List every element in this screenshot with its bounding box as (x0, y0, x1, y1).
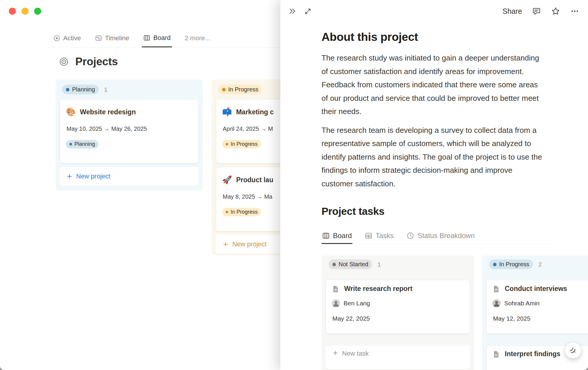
column-count: 1 (104, 86, 108, 93)
view-tab-more[interactable]: 2 more... (183, 29, 212, 47)
new-task-button[interactable]: New task (326, 346, 470, 369)
card-status-tag: In Progress (222, 140, 261, 148)
view-tab-timeline[interactable]: Timeline (94, 29, 131, 47)
plus-icon (332, 350, 339, 356)
column-count: 1 (377, 261, 381, 268)
task-view-tab-label: Board (333, 232, 352, 240)
assignee-row: Ben Lang (332, 299, 464, 307)
comment-icon[interactable] (532, 7, 541, 16)
peek-toolbar: Share (280, 0, 588, 22)
status-label: In Progress (228, 86, 258, 93)
status-pill-in-progress: In Progress (489, 259, 533, 269)
about-heading: About this project (322, 30, 588, 44)
project-card-website-redesign[interactable]: 🎨 Website redesign May 10, 2025 → May 26… (60, 99, 199, 163)
status-label: Not Started (339, 261, 368, 268)
status-dot (493, 263, 497, 266)
about-paragraph-2: The research team is developing a survey… (322, 124, 546, 191)
status-label: Planning (72, 86, 95, 93)
rocket-emoji-icon: 🚀 (222, 176, 232, 184)
card-title: Product lau (236, 176, 274, 184)
view-tab-label: Timeline (105, 34, 129, 42)
card-due-date: May 22, 2025 (332, 315, 464, 322)
view-tab-label: Active (63, 34, 81, 42)
card-title: Conduct interviews (505, 285, 567, 293)
plus-icon (66, 173, 73, 180)
card-status-tag: In Progress (222, 208, 261, 216)
target-icon (59, 57, 69, 67)
card-status-tag: Planning (66, 140, 99, 148)
column-count: 2 (538, 261, 542, 268)
card-title: Marketing c (236, 108, 274, 116)
status-dot (66, 88, 69, 91)
task-card-conduct-interviews[interactable]: Conduct interviews Sohrab Amin (486, 280, 588, 334)
status-dot (226, 211, 228, 213)
task-view-tab-label: Status Breakdown (417, 232, 475, 240)
status-dot (69, 143, 72, 145)
status-dot (332, 263, 336, 266)
table-icon (365, 232, 372, 240)
task-view-tab-status-breakdown[interactable]: Status Breakdown (406, 227, 475, 244)
new-project-label: New project (76, 173, 110, 180)
plus-icon (222, 241, 229, 247)
notion-ai-button[interactable] (565, 342, 581, 359)
status-pill-in-progress: In Progress (218, 85, 262, 94)
view-tab-active[interactable]: Active (52, 29, 82, 47)
card-title-row: 🎨 Website redesign (66, 108, 192, 116)
view-tab-label: Board (153, 34, 171, 42)
page-doc-icon (492, 350, 500, 358)
double-chevron-right-icon[interactable] (288, 7, 297, 16)
column-header: In Progress 2 (489, 259, 588, 269)
peek-toolbar-left (288, 7, 312, 16)
share-button[interactable]: Share (502, 7, 522, 16)
card-title-row: Conduct interviews (492, 285, 588, 293)
status-pill-planning: Planning (62, 85, 99, 94)
close-window-button[interactable] (9, 8, 16, 15)
view-tab-label: 2 more... (185, 34, 210, 42)
board-column-planning: Planning 1 🎨 Website redesign May 10, 20… (56, 79, 203, 191)
more-icon[interactable] (570, 7, 579, 16)
side-peek-panel: Share (280, 0, 588, 370)
minimize-window-button[interactable] (21, 8, 29, 15)
card-title: Website redesign (80, 108, 136, 116)
notion-ai-icon (569, 346, 577, 355)
avatar (492, 299, 501, 307)
task-view-tab-label: Tasks (376, 232, 394, 240)
expand-icon[interactable] (304, 7, 312, 15)
favorite-star-icon[interactable] (551, 6, 560, 16)
about-paragraph-1: The research study was initiated to gain… (322, 51, 546, 118)
page-title: Projects (59, 56, 118, 68)
star-badge-icon (53, 35, 60, 42)
task-column-not-started: Not Started 1 (322, 255, 474, 370)
board-icon (322, 232, 330, 240)
task-view-tab-tasks[interactable]: Tasks (364, 227, 394, 244)
status-dot (222, 88, 226, 91)
card-title: Write research report (344, 285, 412, 293)
view-tab-board[interactable]: Board (142, 29, 172, 47)
task-card-write-research-report[interactable]: Write research report Ben Lang (326, 280, 470, 334)
palette-emoji-icon: 🎨 (66, 108, 76, 116)
new-project-button[interactable]: New project (60, 167, 199, 186)
tag-label: In Progress (231, 209, 258, 215)
column-header: Not Started 1 (329, 259, 470, 269)
zoom-window-button[interactable] (34, 8, 41, 15)
card-title: Interpret findings (505, 350, 560, 358)
card-title-row: Write research report (332, 285, 464, 293)
assignee-name: Ben Lang (344, 300, 370, 307)
window-controls (9, 8, 41, 15)
board-icon (143, 34, 150, 41)
assignee-row: Sohrab Amin (492, 299, 588, 307)
clock-icon (407, 232, 414, 240)
mailbox-emoji-icon: 📫 (222, 108, 232, 116)
peek-toolbar-right: Share (502, 6, 579, 16)
tabs-divider (52, 47, 284, 48)
task-view-tabs: Board Tasks (322, 227, 552, 244)
app-window: Active Timeline Board (0, 0, 588, 370)
page-doc-icon (492, 285, 500, 293)
task-view-tab-board[interactable]: Board (322, 227, 352, 244)
project-tasks-heading: Project tasks (322, 205, 588, 217)
view-tabs: Active Timeline Board (52, 29, 212, 47)
tag-label: Planning (74, 141, 95, 147)
card-date-range: May 10, 2025 → May 26, 2025 (66, 125, 192, 132)
page-doc-icon (332, 285, 339, 293)
status-label: In Progress (499, 261, 529, 268)
